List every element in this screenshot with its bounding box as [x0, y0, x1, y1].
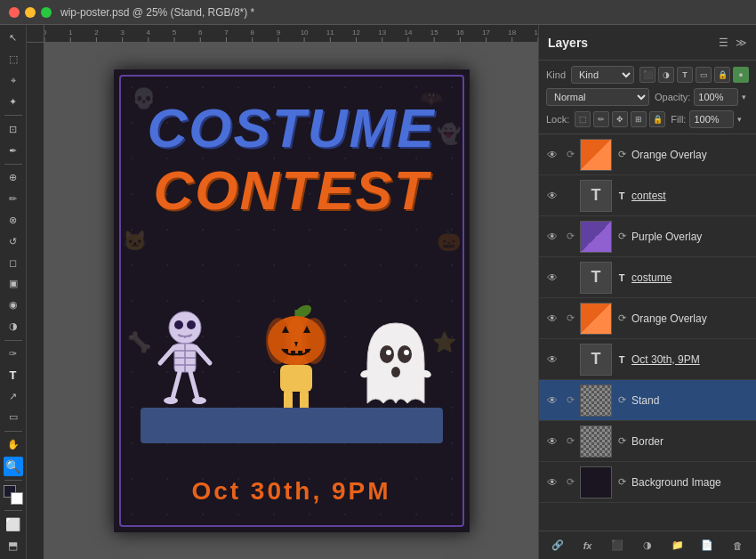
layer-visibility-icon[interactable]: 👁 [544, 433, 560, 450]
blend-mode-select[interactable]: Normal [546, 88, 649, 106]
layer-link-icon [564, 352, 576, 368]
minimize-button[interactable] [25, 7, 36, 18]
fill-input[interactable] [689, 110, 734, 128]
separator [4, 115, 22, 116]
layer-item[interactable]: 👁TTcontest [539, 175, 756, 216]
svg-point-77 [404, 350, 409, 355]
layer-visibility-icon[interactable]: 👁 [544, 352, 560, 368]
pen-tool[interactable]: ✑ [4, 344, 23, 364]
svg-text:5: 5 [173, 28, 177, 36]
lock-position-icon[interactable]: ✥ [612, 111, 628, 127]
layer-visibility-icon[interactable]: 👁 [544, 393, 560, 409]
layer-name: Orange Overlay [631, 312, 751, 325]
history-brush[interactable]: ↺ [4, 231, 23, 251]
layers-list[interactable]: 👁⟳⟳Orange Overlay👁TTcontest👁⟳⟳Purple Ove… [539, 134, 756, 531]
layer-item[interactable]: 👁⟳⟳Purple Overlay [539, 216, 756, 257]
zoom-tool[interactable]: 🔍 [4, 457, 23, 476]
layer-item[interactable]: 👁⟳⟳Stand [539, 380, 756, 421]
layer-name: Border [631, 435, 751, 448]
layer-item[interactable]: 👁TTcostume [539, 257, 756, 298]
shape-filter-icon[interactable]: ▭ [696, 67, 712, 83]
layer-link-icon: ⟳ [564, 393, 576, 409]
opacity-chevron[interactable]: ▾ [742, 93, 746, 101]
lock-transparent-icon[interactable]: ⬚ [575, 111, 591, 127]
canvas-area[interactable]: 012345678910111213141516171819 💀 🦇 👻 🐱 🎃… [27, 25, 538, 559]
opacity-input[interactable] [694, 88, 738, 106]
layer-item[interactable]: 👁TTOct 30th, 9PM [539, 339, 756, 380]
eraser-tool[interactable]: ◻ [4, 253, 23, 272]
screen-mode[interactable]: ⬒ [4, 536, 23, 555]
svg-text:13: 13 [378, 28, 386, 36]
layer-thumbnail: T [580, 262, 612, 294]
move-tool[interactable]: ↖ [4, 28, 23, 48]
link-layers-icon[interactable]: 🔗 [548, 536, 567, 555]
dodge-tool[interactable]: ◑ [4, 317, 23, 336]
svg-rect-68 [291, 351, 295, 355]
layer-item[interactable]: 👁⟳⟳Border [539, 421, 756, 462]
layer-item[interactable]: 👁⟳⟳Orange Overlay [539, 298, 756, 339]
maximize-button[interactable] [41, 7, 52, 18]
lock-all-icon[interactable]: 🔒 [649, 111, 665, 127]
background-color[interactable] [11, 492, 23, 505]
poster-title-contest: CONTEST [114, 158, 470, 222]
svg-rect-67 [284, 349, 288, 352]
artboard-filter-icon[interactable]: ● [733, 67, 749, 83]
quick-mask[interactable]: ⬜ [4, 514, 23, 534]
eyedropper-tool[interactable]: ✒ [4, 141, 23, 160]
hand-tool[interactable]: ✋ [4, 435, 23, 455]
blur-tool[interactable]: ◉ [4, 296, 23, 315]
magic-wand-tool[interactable]: ✦ [4, 92, 23, 111]
fill-row: Fill: ▾ [671, 110, 749, 128]
lock-icons: ⬚ ✏ ✥ ⊞ 🔒 [575, 111, 665, 127]
blend-opacity-row: Normal Opacity: ▾ [546, 88, 749, 106]
marquee-tool[interactable]: ⬚ [4, 50, 23, 69]
heal-tool[interactable]: ⊕ [4, 168, 23, 188]
canvas-content: 💀 🦇 👻 🐱 🎃 🦴 ⭐ COSTUME CONTEST [44, 43, 538, 559]
ruler-corner [27, 25, 44, 43]
svg-text:18: 18 [508, 28, 516, 36]
new-layer-icon[interactable]: 📄 [697, 536, 717, 555]
layer-item[interactable]: 👁⟳⟳Orange Overlay [539, 134, 756, 175]
layer-visibility-icon[interactable]: 👁 [544, 188, 560, 204]
layer-visibility-icon[interactable]: 👁 [544, 270, 560, 286]
layer-item[interactable]: 👁⟳⟳Background Image [539, 462, 756, 503]
lock-artboard-icon[interactable]: ⊞ [631, 111, 647, 127]
layer-link-icon: ⟳ [564, 433, 576, 450]
svg-line-55 [190, 372, 197, 399]
layer-type-icon: T [615, 353, 628, 366]
crop-tool[interactable]: ⊡ [4, 119, 23, 139]
path-tool[interactable]: ↗ [4, 386, 23, 406]
brush-tool[interactable]: ✏ [4, 190, 23, 209]
panel-collapse-btn[interactable]: ≫ [736, 36, 747, 49]
pixel-filter-icon[interactable]: ⬛ [639, 67, 655, 83]
fx-icon[interactable]: fx [578, 536, 598, 555]
shape-tool[interactable]: ▭ [4, 408, 23, 427]
layer-visibility-icon[interactable]: 👁 [544, 229, 560, 245]
layer-type-icon: ⟳ [615, 149, 628, 161]
fill-chevron[interactable]: ▾ [737, 115, 742, 124]
color-swatch[interactable] [4, 485, 23, 505]
gradient-tool[interactable]: ▣ [4, 274, 23, 294]
new-group-icon[interactable]: 📁 [668, 536, 688, 555]
adjustment-filter-icon[interactable]: ◑ [658, 67, 674, 83]
layer-link-icon [564, 270, 576, 286]
kind-select[interactable]: Kind [571, 66, 634, 84]
svg-text:14: 14 [404, 28, 412, 36]
add-mask-icon[interactable]: ⬛ [607, 536, 627, 555]
lock-label: Lock: [546, 114, 569, 125]
close-button[interactable] [9, 7, 20, 18]
svg-text:10: 10 [301, 28, 309, 36]
type-tool[interactable]: T [4, 365, 23, 385]
adjustment-layer-icon[interactable]: ◑ [638, 536, 657, 555]
svg-point-57 [192, 397, 206, 404]
panel-menu-button[interactable]: ☰ [719, 36, 728, 49]
type-filter-icon[interactable]: T [677, 67, 693, 83]
layer-visibility-icon[interactable]: 👁 [544, 147, 560, 163]
lock-image-icon[interactable]: ✏ [593, 111, 609, 127]
delete-layer-icon[interactable]: 🗑 [728, 536, 747, 555]
lasso-tool[interactable]: ⌖ [4, 71, 23, 91]
layer-visibility-icon[interactable]: 👁 [544, 474, 560, 490]
smart-filter-icon[interactable]: 🔒 [714, 67, 730, 83]
clone-tool[interactable]: ⊗ [4, 211, 23, 231]
layer-visibility-icon[interactable]: 👁 [544, 311, 560, 327]
